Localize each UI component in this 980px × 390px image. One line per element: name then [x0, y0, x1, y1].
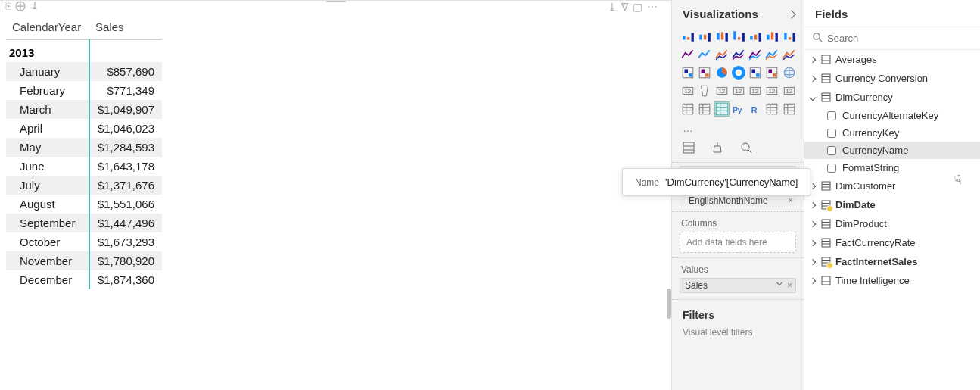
format-tab-icon[interactable]	[711, 142, 723, 156]
chevron-icon[interactable]	[809, 76, 817, 81]
search-input[interactable]	[827, 33, 972, 44]
viz-type-line[interactable]	[681, 48, 695, 61]
columns-drop-hint[interactable]: Add data fields here	[680, 232, 796, 253]
paste-icon[interactable]: ⎘	[5, 0, 11, 11]
chevron-icon[interactable]	[809, 241, 817, 245]
filter-icon[interactable]: ∇	[621, 1, 628, 13]
viz-type-filter[interactable]	[698, 84, 711, 98]
field-currencykey[interactable]: CurrencyKey	[804, 124, 980, 142]
viz-type-ribbon[interactable]	[748, 30, 762, 43]
field-checkbox[interactable]	[827, 146, 836, 155]
viz-type-funnel[interactable]	[765, 66, 779, 80]
values-item-0[interactable]: Sales ×	[680, 278, 796, 293]
viz-type-r[interactable]: R	[748, 102, 762, 116]
table-row[interactable]: February$771,349	[6, 81, 162, 100]
viz-type-kpi[interactable]: 12	[748, 84, 762, 98]
viz-type-ribbon2[interactable]	[748, 48, 762, 61]
chevron-icon[interactable]	[809, 203, 817, 207]
viz-type-hbar[interactable]	[681, 30, 695, 43]
table-averages[interactable]: Averages	[804, 50, 980, 69]
viz-type-hist[interactable]	[765, 30, 779, 43]
viz-type-nav[interactable]: 12	[782, 84, 796, 98]
viz-type-combo[interactable]	[732, 48, 745, 61]
viz-type-gauge2[interactable]: 12	[715, 84, 729, 98]
table-currency-conversion[interactable]: Currency Conversion	[804, 69, 980, 88]
viz-type-matrixsel[interactable]	[715, 102, 729, 116]
fields-tab-icon[interactable]	[683, 142, 695, 156]
viz-type-py[interactable]: Py	[732, 102, 745, 116]
table-row[interactable]: May$1,284,593	[6, 138, 162, 157]
table-row[interactable]: December$1,874,360	[6, 270, 162, 289]
viz-type-gauge[interactable]: 12	[681, 84, 695, 98]
viz-type-vbar2[interactable]	[732, 30, 745, 43]
table-dimproduct[interactable]: DimProduct	[804, 214, 980, 233]
viz-type-card[interactable]: 12	[732, 84, 745, 98]
viz-type-table[interactable]	[681, 102, 695, 116]
col-header-sales[interactable]: Sales	[89, 17, 162, 40]
rows-item-1[interactable]: EnglishMonthName ×	[680, 195, 796, 207]
field-checkbox[interactable]	[827, 164, 836, 173]
table-row[interactable]: October$1,673,293	[6, 232, 162, 251]
down-icon[interactable]: ⤓	[30, 0, 39, 11]
viz-type-donut[interactable]	[732, 66, 745, 80]
report-canvas[interactable]: ⎘ ⨁ ⤓ ⤓ ∇ ▢ ⋯ CalendarYear Sales 2013Jan…	[0, 0, 671, 390]
table-dimcustomer[interactable]: DimCustomer	[804, 176, 980, 195]
col-header-year[interactable]: CalendarYear	[6, 17, 89, 40]
matrix-year[interactable]: 2013	[6, 40, 89, 63]
table-row[interactable]: September$1,447,496	[6, 214, 162, 232]
remove-icon[interactable]: ×	[788, 195, 793, 206]
table-factinternetsales[interactable]: FactInternetSales	[804, 252, 980, 271]
field-currencyalternatekey[interactable]: CurrencyAlternateKey	[804, 107, 980, 124]
table-row[interactable]: April$1,046,023	[6, 119, 162, 138]
viz-type-col[interactable]	[782, 30, 796, 43]
canvas-resize-handle[interactable]	[326, 1, 346, 2]
viz-type-line2[interactable]	[765, 48, 779, 61]
viz-type-cust2[interactable]	[782, 102, 796, 116]
add-icon[interactable]: ⨁	[15, 0, 26, 11]
chevron-icon[interactable]	[809, 222, 817, 226]
values-well[interactable]: Values Sales ×	[672, 257, 804, 299]
viz-type-vbar[interactable]	[698, 30, 711, 43]
table-row[interactable]: June$1,643,178	[6, 157, 162, 176]
viz-type-hbar2[interactable]	[715, 30, 729, 43]
analytics-tab-icon[interactable]	[740, 142, 752, 156]
fields-search[interactable]	[804, 27, 980, 50]
field-currencyname[interactable]: CurrencyName	[804, 142, 980, 159]
chevron-down-icon[interactable]	[776, 279, 782, 285]
field-formatstring[interactable]: FormatString	[804, 159, 980, 176]
viz-type-globe[interactable]	[782, 66, 796, 80]
viz-more-icon[interactable]: …	[672, 120, 804, 139]
viz-type-pie[interactable]	[715, 66, 729, 80]
viz-type-map[interactable]	[748, 66, 762, 80]
table-row[interactable]: January$857,690	[6, 62, 162, 81]
table-dimdate[interactable]: DimDate	[804, 195, 980, 214]
table-row[interactable]: November$1,780,920	[6, 251, 162, 270]
table-dimcurrency[interactable]: DimCurrency	[804, 88, 980, 107]
viz-type-slicer[interactable]: 12	[765, 84, 779, 98]
table-factcurrencyrate[interactable]: FactCurrencyRate	[804, 233, 980, 252]
matrix-visual[interactable]: CalendarYear Sales 2013January$857,690Fe…	[6, 17, 162, 289]
table-time-intelligence[interactable]: Time Intelligence	[804, 271, 980, 290]
viz-type-cust[interactable]	[765, 102, 779, 116]
table-row[interactable]: July$1,371,676	[6, 176, 162, 195]
field-checkbox[interactable]	[827, 129, 836, 138]
chevron-icon[interactable]	[809, 58, 817, 62]
viz-type-matrix[interactable]	[698, 102, 711, 116]
focus-icon[interactable]: ▢	[633, 1, 642, 13]
field-checkbox[interactable]	[827, 111, 836, 120]
viz-type-scatter[interactable]	[698, 66, 711, 80]
chevron-icon[interactable]	[809, 260, 817, 264]
chevron-icon[interactable]	[809, 95, 817, 100]
collapse-viz-icon[interactable]	[787, 10, 795, 18]
chevron-icon[interactable]	[809, 279, 817, 283]
viz-type-tree[interactable]	[681, 66, 695, 80]
table-row[interactable]: August$1,551,066	[6, 195, 162, 214]
viz-type-area2[interactable]	[715, 48, 729, 61]
table-row[interactable]: March$1,049,907	[6, 100, 162, 119]
remove-icon[interactable]: ×	[787, 280, 792, 291]
viz-type-area[interactable]	[698, 48, 711, 61]
share-icon[interactable]: ⤓	[608, 1, 617, 13]
more-icon[interactable]: ⋯	[647, 1, 658, 13]
columns-well[interactable]: Columns Add data fields here	[672, 211, 804, 257]
viz-type-line3[interactable]	[782, 48, 796, 61]
